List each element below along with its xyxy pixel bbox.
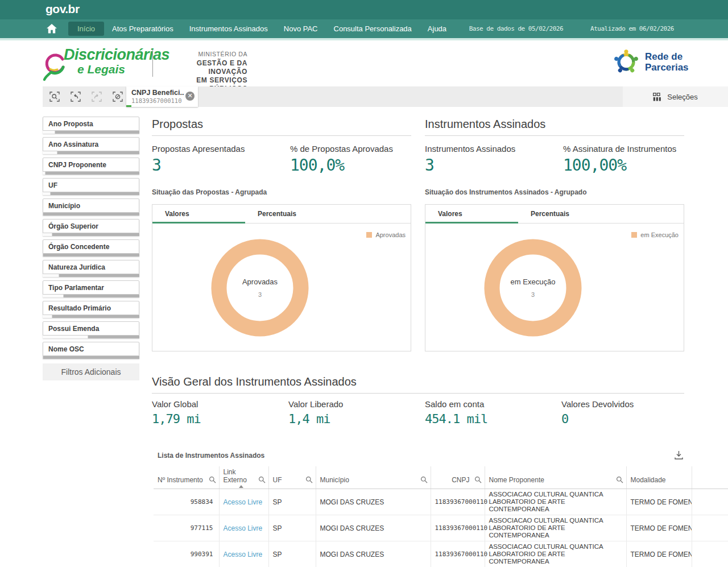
step-forward-icon[interactable]: [86, 86, 107, 107]
table-title: Lista de Instrumentos Assinados: [158, 452, 264, 460]
home-icon[interactable]: [47, 24, 57, 34]
filter-tipo-parlamentar[interactable]: Tipo Parlamentar: [43, 280, 139, 297]
col-header-n-instrumento[interactable]: Nº Instrumento: [154, 466, 219, 489]
col-header-municipio[interactable]: Município: [316, 466, 431, 489]
propostas-chart-card: Valores Percentuais Aprovadas Aprovadas …: [152, 204, 411, 351]
legend-swatch-aprovadas: [366, 232, 372, 238]
kpi-propostas-apresentadas: Propostas Apresentadas 3: [152, 144, 290, 175]
step-back-icon[interactable]: [65, 86, 86, 107]
cell-link-externo[interactable]: Acesso Livre: [219, 541, 268, 567]
propostas-panel: Propostas Propostas Apresentadas 3 % de …: [152, 118, 411, 351]
col-header-uf[interactable]: UF: [268, 466, 316, 489]
cell-municipio[interactable]: MOGI DAS CRUZES: [316, 489, 431, 515]
col-header-link-externo[interactable]: Link Externo: [219, 466, 268, 489]
cell-proponente[interactable]: ASSOCIACAO CULTURAL QUANTICA LABORATORIO…: [485, 541, 626, 567]
clear-selections-icon[interactable]: [107, 86, 128, 107]
app-name-line1: Discricionárias: [64, 47, 169, 63]
search-icon[interactable]: [420, 476, 428, 483]
filter-resultado-primario[interactable]: Resultado Primário: [43, 301, 139, 318]
search-icon[interactable]: [209, 476, 216, 483]
cell-municipio[interactable]: MOGI DAS CRUZES: [316, 515, 431, 541]
cell-instrumento[interactable]: 958834: [154, 489, 219, 515]
acesso-livre-link[interactable]: Acesso Livre: [224, 524, 263, 532]
cell-uf[interactable]: SP: [268, 489, 316, 515]
kpi-valor-global: Valor Global 1,79 mi: [152, 399, 288, 426]
nav-item-consulta-personalizada[interactable]: Consulta Personalizada: [326, 22, 420, 36]
search-icon[interactable]: [474, 476, 482, 483]
cell-modalidade[interactable]: TERMO DE FOMENTO: [626, 489, 692, 515]
acesso-livre-link[interactable]: Acesso Livre: [224, 551, 263, 558]
nav-item-instrumentos-assinados[interactable]: Instrumentos Assinados: [181, 22, 276, 36]
additional-filters-button[interactable]: Filtros Adicionais: [43, 363, 139, 380]
propostas-legend-item[interactable]: Aprovadas: [366, 231, 406, 238]
filter-natureza-juridica[interactable]: Natureza Jurídica: [43, 260, 139, 277]
ministry-line1: MINISTÉRIO DA: [162, 51, 247, 57]
selections-button[interactable]: Seleções: [623, 86, 728, 107]
cell-proponente[interactable]: ASSOCIACAO CULTURAL QUANTICA LABORATORIO…: [485, 489, 626, 515]
tab-valores-2[interactable]: Valores: [425, 205, 518, 223]
filter-chip-close-icon[interactable]: ✕: [185, 92, 195, 101]
acesso-livre-link[interactable]: Acesso Livre: [224, 498, 263, 506]
filter-ano-proposta[interactable]: Ano Proposta: [43, 117, 139, 134]
govbr-logo[interactable]: gov.br: [46, 2, 80, 16]
nav-item-inicio[interactable]: Início: [68, 22, 104, 36]
rede-parcerias-star-icon: [612, 48, 640, 76]
cell-modalidade[interactable]: TERMO DE FOMENTO: [626, 541, 692, 567]
propostas-donut-chart[interactable]: Aprovadas 3: [211, 239, 309, 337]
search-icon[interactable]: [258, 476, 266, 483]
cell-modalidade[interactable]: TERMO DE FOMENTO: [626, 515, 692, 541]
filter-chip-cnpj-beneficiario[interactable]: CNPJ Benefici... 11839367000110 ✕: [126, 86, 198, 107]
tab-percentuais-2[interactable]: Percentuais: [518, 205, 611, 223]
instrumentos-donut-chart[interactable]: em Execução 3: [484, 239, 582, 337]
app-name-line2: e Legais: [77, 63, 169, 75]
cell-instrumento[interactable]: 977115: [154, 515, 219, 541]
cell-link-externo[interactable]: Acesso Livre: [219, 515, 268, 541]
cell-uf[interactable]: SP: [268, 541, 316, 567]
filter-sidebar: Ano Proposta Ano Assinatura CNPJ Propone…: [43, 117, 139, 380]
instrumentos-legend-item[interactable]: em Execução: [631, 231, 679, 238]
cell-cnpj[interactable]: 11839367000110: [431, 541, 485, 567]
cell-uf[interactable]: SP: [268, 515, 316, 541]
toolbar-icon-group: [44, 86, 128, 107]
tab-valores[interactable]: Valores: [152, 205, 245, 223]
cell-proponente[interactable]: ASSOCIACAO CULTURAL QUANTICA LABORATORIO…: [485, 515, 626, 541]
smart-search-icon[interactable]: [44, 86, 65, 107]
cell-cnpj[interactable]: 11839367000110: [431, 515, 485, 541]
search-icon[interactable]: [305, 476, 313, 483]
app-logo: Discricionárias e Legais: [42, 47, 169, 81]
tab-percentuais[interactable]: Percentuais: [245, 205, 338, 223]
nav-item-novo-pac[interactable]: Novo PAC: [276, 22, 326, 36]
filter-orgao-superior[interactable]: Órgão Superior: [43, 219, 139, 236]
filter-ano-assinatura[interactable]: Ano Assinatura: [43, 137, 139, 154]
visao-geral-kpis: Valor Global 1,79 mi Valor Liberado 1,4 …: [152, 399, 684, 426]
filter-chip-selected-indicator: [126, 105, 131, 107]
instruments-table-panel: Lista de Instrumentos Assinados Nº Instr…: [154, 448, 728, 567]
col-header-modalidade[interactable]: Modalidade: [626, 466, 692, 489]
filter-possui-emenda[interactable]: Possui Emenda: [43, 321, 139, 338]
table-row: 958834 Acesso Livre SP MOGI DAS CRUZES 1…: [154, 489, 728, 515]
filter-cnpj-proponente[interactable]: CNPJ Proponente: [43, 158, 139, 175]
search-icon[interactable]: [616, 476, 623, 483]
cell-municipio[interactable]: MOGI DAS CRUZES: [316, 541, 431, 567]
cell-instrumento[interactable]: 990391: [154, 541, 219, 567]
sort-ascending-icon: [239, 485, 243, 488]
visao-geral-title: Visão Geral dos Instrumentos Assinados: [152, 375, 684, 394]
col-header-cnpj[interactable]: CNPJ: [431, 466, 485, 489]
nav-item-atos-preparatorios[interactable]: Atos Preparatórios: [104, 22, 181, 36]
download-icon[interactable]: [674, 450, 684, 462]
app-logo-text: Discricionárias e Legais: [64, 47, 169, 81]
filter-uf[interactable]: UF: [43, 178, 139, 195]
col-header-nome-proponente[interactable]: Nome Proponente: [485, 466, 626, 489]
cell-link-externo[interactable]: Acesso Livre: [219, 489, 268, 515]
filter-orgao-concedente[interactable]: Órgão Concedente: [43, 239, 139, 256]
table-row: 977115 Acesso Livre SP MOGI DAS CRUZES 1…: [154, 515, 728, 541]
updated-date-label: Atualizado em 06/02/2026: [590, 25, 674, 32]
instruments-table: Nº Instrumento Link Externo UF Município…: [154, 466, 728, 567]
kpi-pct-propostas-aprovadas: % de Propostas Aprovadas 100,0%: [290, 144, 411, 175]
filter-chip-value: 11839367000110: [131, 97, 184, 104]
nav-item-ajuda[interactable]: Ajuda: [420, 22, 454, 36]
dashboard-page: gov.br Início Atos Preparatórios Instrum…: [0, 0, 728, 567]
cell-cnpj[interactable]: 11839367000110: [431, 489, 485, 515]
filter-municipio[interactable]: Município: [43, 198, 139, 216]
filter-nome-osc[interactable]: Nome OSC: [43, 342, 139, 359]
